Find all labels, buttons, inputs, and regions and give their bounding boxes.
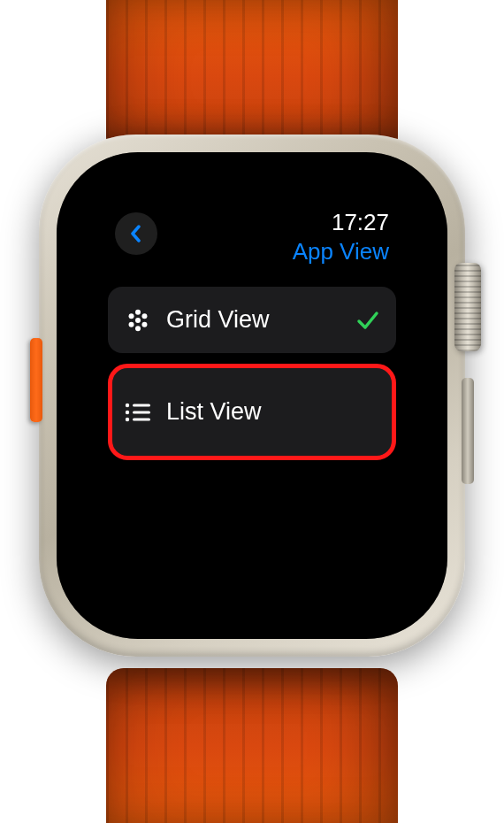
back-button[interactable]: [115, 212, 157, 255]
option-list-view[interactable]: List View: [108, 364, 396, 460]
screen-bezel: 17:27 App View: [57, 152, 447, 639]
svg-point-1: [129, 313, 134, 319]
svg-rect-8: [133, 404, 150, 406]
header-right: 17:27 App View: [293, 209, 389, 265]
grid-icon: [124, 308, 152, 333]
options-list: Grid View: [108, 287, 396, 460]
watch-screen: 17:27 App View: [90, 186, 414, 605]
svg-point-11: [126, 417, 129, 420]
list-icon: [124, 400, 152, 425]
svg-rect-12: [133, 418, 150, 420]
option-label: Grid View: [166, 306, 341, 334]
svg-point-6: [135, 326, 141, 331]
svg-point-5: [141, 321, 147, 327]
side-button[interactable]: [462, 378, 474, 484]
chevron-left-icon: [130, 225, 141, 242]
action-button[interactable]: [30, 338, 42, 422]
watch-band-bottom: [106, 668, 398, 823]
status-time: 17:27: [332, 209, 389, 236]
page-title: App View: [293, 238, 389, 265]
svg-point-9: [126, 410, 129, 413]
svg-point-0: [135, 309, 141, 314]
checkmark-icon: [355, 308, 380, 333]
option-label: List View: [166, 398, 380, 426]
header: 17:27 App View: [108, 209, 396, 265]
svg-point-3: [135, 318, 141, 323]
svg-point-4: [129, 321, 134, 327]
watch-band-top: [106, 0, 398, 155]
svg-point-7: [126, 403, 129, 406]
digital-crown[interactable]: [454, 263, 481, 351]
svg-rect-10: [133, 411, 150, 413]
option-grid-view[interactable]: Grid View: [108, 287, 396, 353]
svg-point-2: [141, 313, 147, 319]
watch-case: 17:27 App View: [39, 135, 465, 657]
